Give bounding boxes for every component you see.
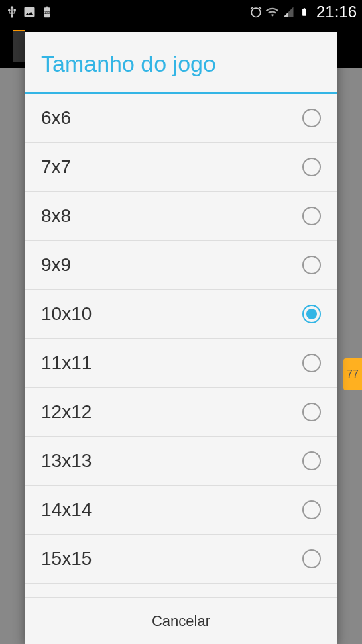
option-label: 8x8 bbox=[41, 205, 71, 227]
option-item-10x10[interactable]: 10x10 bbox=[25, 290, 337, 339]
option-item-11x11[interactable]: 11x11 bbox=[25, 339, 337, 388]
bg-tab bbox=[13, 30, 25, 62]
radio-icon[interactable] bbox=[302, 500, 321, 519]
option-label: 12x12 bbox=[41, 401, 92, 423]
option-label: 13x13 bbox=[41, 450, 92, 472]
status-left: 100 bbox=[5, 5, 54, 19]
alarm-icon bbox=[249, 5, 263, 19]
radio-icon[interactable] bbox=[302, 109, 321, 127]
option-label: 15x15 bbox=[41, 548, 92, 570]
svg-rect-1 bbox=[46, 7, 48, 8]
cancel-button[interactable]: Cancelar bbox=[25, 597, 337, 644]
option-label: 14x14 bbox=[41, 499, 92, 521]
option-label: 6x6 bbox=[41, 107, 71, 129]
option-item-6x6[interactable]: 6x6 bbox=[25, 94, 337, 143]
clock-time: 21:16 bbox=[316, 3, 357, 21]
signal-icon bbox=[282, 5, 295, 19]
radio-icon[interactable] bbox=[302, 402, 321, 421]
option-label: 11x11 bbox=[41, 352, 92, 374]
scroll-badge: 77 bbox=[343, 358, 362, 390]
radio-icon[interactable] bbox=[302, 207, 321, 225]
options-list[interactable]: 6x67x78x89x910x1011x1112x1213x1314x1415x… bbox=[25, 94, 337, 597]
usb-icon bbox=[5, 5, 19, 19]
battery-icon bbox=[298, 5, 311, 19]
option-label: 7x7 bbox=[41, 156, 71, 178]
option-label: 9x9 bbox=[41, 254, 71, 276]
svg-text:100: 100 bbox=[44, 11, 50, 15]
option-item-12x12[interactable]: 12x12 bbox=[25, 388, 337, 437]
option-item-14x14[interactable]: 14x14 bbox=[25, 486, 337, 535]
option-label: 10x10 bbox=[41, 303, 92, 325]
option-item-7x7[interactable]: 7x7 bbox=[25, 143, 337, 192]
radio-icon[interactable] bbox=[302, 256, 321, 274]
image-icon bbox=[23, 5, 36, 19]
radio-icon[interactable] bbox=[302, 451, 321, 470]
battery-100-icon: 100 bbox=[40, 5, 54, 19]
option-item-8x8[interactable]: 8x8 bbox=[25, 192, 337, 241]
radio-icon[interactable] bbox=[302, 305, 321, 323]
option-item-9x9[interactable]: 9x9 bbox=[25, 241, 337, 290]
option-item-13x13[interactable]: 13x13 bbox=[25, 437, 337, 486]
radio-icon[interactable] bbox=[302, 354, 321, 372]
radio-icon[interactable] bbox=[302, 549, 321, 568]
wifi-icon bbox=[265, 5, 279, 19]
status-bar: 100 21:16 bbox=[0, 0, 362, 24]
option-item-15x15[interactable]: 15x15 bbox=[25, 535, 337, 584]
status-right: 21:16 bbox=[249, 3, 357, 21]
cancel-label: Cancelar bbox=[152, 612, 210, 630]
game-size-dialog: Tamanho do jogo 6x67x78x89x910x1011x1112… bbox=[25, 32, 337, 644]
radio-icon[interactable] bbox=[302, 158, 321, 176]
dialog-title: Tamanho do jogo bbox=[25, 32, 337, 94]
